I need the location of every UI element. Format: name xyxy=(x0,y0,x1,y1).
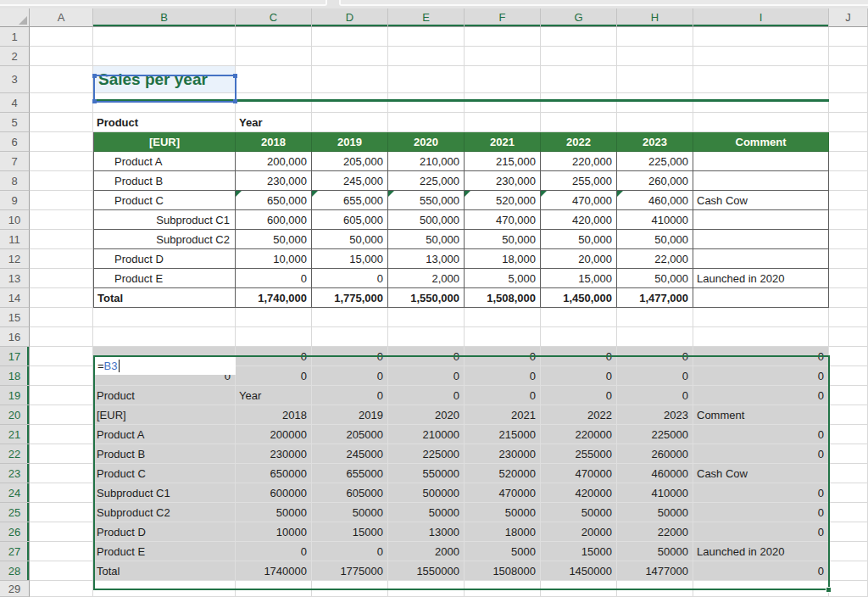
cell-H11[interactable]: 50,000 xyxy=(617,230,693,249)
cell-A15[interactable] xyxy=(30,308,93,327)
cell-E17[interactable]: 0 xyxy=(388,347,465,366)
cell-J12[interactable] xyxy=(829,249,868,269)
cell-A22[interactable] xyxy=(30,444,93,464)
cell-A1[interactable] xyxy=(30,27,93,47)
cell-B21[interactable]: Product A xyxy=(93,425,236,444)
cell-F6[interactable]: 2021 xyxy=(465,132,541,152)
row-header-17[interactable]: 17 xyxy=(0,347,30,366)
cell-C16[interactable] xyxy=(236,327,312,347)
cell-D19[interactable]: 0 xyxy=(312,386,388,405)
cell-G13[interactable]: 15,000 xyxy=(541,269,617,288)
cell-A4[interactable] xyxy=(30,93,93,113)
cell-J22[interactable] xyxy=(829,444,868,464)
cell-C12[interactable]: 10,000 xyxy=(236,249,312,269)
cell-H18[interactable]: 0 xyxy=(617,366,693,386)
cell-H22[interactable]: 260000 xyxy=(617,444,693,464)
cell-I14[interactable] xyxy=(693,288,829,308)
cell-D6[interactable]: 2019 xyxy=(312,132,388,152)
cell-E7[interactable]: 210,000 xyxy=(388,152,465,171)
cell-B1[interactable] xyxy=(93,27,236,47)
cell-J4[interactable] xyxy=(829,93,868,113)
cell-E20[interactable]: 2020 xyxy=(388,405,465,425)
cell-E3[interactable] xyxy=(388,66,465,93)
cell-J21[interactable] xyxy=(829,425,868,444)
cell-J23[interactable] xyxy=(829,464,868,483)
cell-G3[interactable] xyxy=(541,66,617,93)
cell-E26[interactable]: 13000 xyxy=(388,522,465,542)
cell-I12[interactable] xyxy=(693,249,829,269)
cell-A19[interactable] xyxy=(30,386,93,405)
col-header-A[interactable]: A xyxy=(30,8,93,27)
cell-F7[interactable]: 215,000 xyxy=(465,152,541,171)
cell-E29[interactable] xyxy=(388,581,465,597)
cell-B12[interactable]: Product D xyxy=(93,249,236,269)
cell-A13[interactable] xyxy=(30,269,93,288)
cell-C21[interactable]: 200000 xyxy=(236,425,312,444)
row-header-2[interactable]: 2 xyxy=(0,47,30,66)
cell-J5[interactable] xyxy=(829,113,868,132)
cell-H13[interactable]: 50,000 xyxy=(617,269,693,288)
cell-C17[interactable]: 0 xyxy=(236,347,312,366)
cell-I23[interactable]: Cash Cow xyxy=(693,464,829,483)
cell-C10[interactable]: 600,000 xyxy=(236,210,312,230)
cell-E25[interactable]: 50000 xyxy=(388,503,465,522)
cell-H4[interactable] xyxy=(617,93,693,113)
cell-B19[interactable]: Product xyxy=(93,386,236,405)
cell-C13[interactable]: 0 xyxy=(236,269,312,288)
cell-J26[interactable] xyxy=(829,522,868,542)
cell-B10[interactable]: Subproduct C1 xyxy=(93,210,236,230)
row-header-19[interactable]: 19 xyxy=(0,386,30,405)
cell-F24[interactable]: 470000 xyxy=(465,483,541,503)
cell-F12[interactable]: 18,000 xyxy=(465,249,541,269)
cell-D23[interactable]: 655000 xyxy=(312,464,388,483)
cell-B24[interactable]: Subproduct C1 xyxy=(93,483,236,503)
cell-H17[interactable]: 0 xyxy=(617,347,693,366)
cell-H2[interactable] xyxy=(617,47,693,66)
cell-A9[interactable] xyxy=(30,191,93,210)
row-header-29[interactable]: 29 xyxy=(0,581,30,597)
row-header-23[interactable]: 23 xyxy=(0,464,30,483)
cell-G26[interactable]: 20000 xyxy=(541,522,617,542)
cell-G14[interactable]: 1,450,000 xyxy=(541,288,617,308)
cell-B20[interactable]: [EUR] xyxy=(93,405,236,425)
cell-H14[interactable]: 1,477,000 xyxy=(617,288,693,308)
cell-J27[interactable] xyxy=(829,542,868,561)
cell-J14[interactable] xyxy=(829,288,868,308)
cell-J24[interactable] xyxy=(829,483,868,503)
row-header-26[interactable]: 26 xyxy=(0,522,30,542)
cell-J2[interactable] xyxy=(829,47,868,66)
row-header-9[interactable]: 9 xyxy=(0,191,30,210)
cell-F27[interactable]: 5000 xyxy=(465,542,541,561)
cell-F19[interactable]: 0 xyxy=(465,386,541,405)
cell-F8[interactable]: 230,000 xyxy=(465,171,541,191)
cell-F9[interactable]: 520,000 xyxy=(465,191,541,210)
cell-C24[interactable]: 600000 xyxy=(236,483,312,503)
cell-H28[interactable]: 1477000 xyxy=(617,561,693,581)
cell-C22[interactable]: 230000 xyxy=(236,444,312,464)
cell-F5[interactable] xyxy=(465,113,541,132)
cell-G17[interactable]: 0 xyxy=(541,347,617,366)
cell-H29[interactable] xyxy=(617,581,693,597)
cell-I20[interactable]: Comment xyxy=(693,405,829,425)
cell-E8[interactable]: 225,000 xyxy=(388,171,465,191)
cell-C5[interactable]: Year xyxy=(236,113,312,132)
cell-D8[interactable]: 245,000 xyxy=(312,171,388,191)
cell-H9[interactable]: 460,000 xyxy=(617,191,693,210)
col-header-F[interactable]: F xyxy=(465,8,541,27)
cell-J7[interactable] xyxy=(829,152,868,171)
cell-A23[interactable] xyxy=(30,464,93,483)
cell-A21[interactable] xyxy=(30,425,93,444)
cell-D1[interactable] xyxy=(312,27,388,47)
cell-I27[interactable]: Launched in 2020 xyxy=(693,542,829,561)
cell-H20[interactable]: 2023 xyxy=(617,405,693,425)
cell-B9[interactable]: Product C xyxy=(93,191,236,210)
cell-C9[interactable]: 650,000 xyxy=(236,191,312,210)
cell-A12[interactable] xyxy=(30,249,93,269)
cell-J28[interactable] xyxy=(829,561,868,581)
cell-J11[interactable] xyxy=(829,230,868,249)
cell-D20[interactable]: 2019 xyxy=(312,405,388,425)
cell-G19[interactable]: 0 xyxy=(541,386,617,405)
cell-F1[interactable] xyxy=(465,27,541,47)
cell-C15[interactable] xyxy=(236,308,312,327)
cell-F13[interactable]: 5,000 xyxy=(465,269,541,288)
